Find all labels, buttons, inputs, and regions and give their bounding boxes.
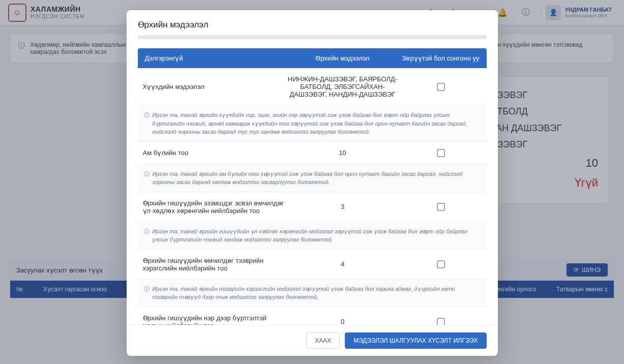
row-label: Өрхийн гишүүдийн эзэмшдэг эсвэл өмчилдөг… <box>143 199 285 215</box>
table-row: Өрхийн гишүүдийн нэр дээр бүртгэлтэй мал… <box>138 307 487 325</box>
table-row: Ам бүлийн тоо 10 <box>138 142 487 165</box>
submit-button[interactable]: МЭДЭЭЛЭЛ ШАЛГУУЛАХ ХҮСЭЛТ ИЛГЭЭХ <box>345 332 486 349</box>
hint-text: Иргэн та, танай өрхийн тээврийн хэрэгсли… <box>153 285 481 301</box>
row-hint: ⓘИргэн та, танай өрхийн хүүхдийн нэр, эц… <box>138 106 487 142</box>
select-checkbox[interactable] <box>437 149 445 157</box>
progress-bar <box>138 35 487 39</box>
table-row: Өрхийн гишүүдийн эзэмшдэг эсвэл өмчилдөг… <box>138 192 487 222</box>
th-select: Зөрүүтэй бол сонгоно уу <box>398 54 480 62</box>
hint-icon: ⓘ <box>144 227 150 244</box>
hint-text: Иргэн та, танай өрхийн хүүхдийн нэр, эцэ… <box>153 111 481 136</box>
table-row: Өрхийн гишүүдийн өмчилдөг тээврийн хэрэг… <box>138 250 487 280</box>
household-info-modal: Өрхийн мэдээлэл Дэлгэрэнгүй Өрхийн мэдээ… <box>127 10 498 356</box>
row-value: 4 <box>285 260 400 268</box>
row-value: НИНЖИН-ДАШЗЭВЭГ, БАЯРБОЛД-БАТБОЛД, ЭЛБЭГ… <box>285 75 400 98</box>
modal-title: Өрхийн мэдээлэл <box>138 19 487 30</box>
hint-icon: ⓘ <box>144 170 150 187</box>
hint-icon: ⓘ <box>144 111 150 136</box>
row-hint: ⓘИргэн та, танай өрхийн гишүүдийн үл хөд… <box>138 222 487 250</box>
select-checkbox[interactable] <box>437 203 445 211</box>
close-button[interactable]: ХААХ <box>306 332 340 349</box>
modal-footer: ХААХ МЭДЭЭЛЭЛ ШАЛГУУЛАХ ХҮСЭЛТ ИЛГЭЭХ <box>127 325 498 356</box>
select-checkbox[interactable] <box>437 318 445 325</box>
select-checkbox[interactable] <box>437 260 445 268</box>
row-label: Өрхийн гишүүдийн нэр дээр бүртгэлтэй мал… <box>143 314 285 325</box>
row-value: 3 <box>285 203 400 210</box>
row-value: 0 <box>285 318 400 325</box>
select-checkbox[interactable] <box>437 83 445 91</box>
hint-text: Иргэн та, танай өрхийн гишүүдийн үл хөдл… <box>153 227 481 244</box>
row-label: Хүүхдийн мэдээлэл <box>143 83 285 90</box>
table-row: Хүүхдийн мэдээлэл НИНЖИН-ДАШЗЭВЭГ, БАЯРБ… <box>138 68 487 106</box>
row-hint: ⓘИргэн та, танай өрхийн ам бүлийн тоо зө… <box>138 165 487 192</box>
th-detail: Дэлгэрэнгүй <box>145 54 287 62</box>
hint-icon: ⓘ <box>144 285 150 301</box>
modal-table-header: Дэлгэрэнгүй Өрхийн мэдээлэл Зөрүүтэй бол… <box>138 48 487 68</box>
hint-text: Иргэн та, танай өрхийн ам бүлийн тоо зөр… <box>153 170 481 187</box>
row-label: Ам бүлийн тоо <box>143 149 285 157</box>
th-info: Өрхийн мэдээлэл <box>287 54 398 62</box>
row-hint: ⓘИргэн та, танай өрхийн тээврийн хэрэгсл… <box>138 280 487 307</box>
row-label: Өрхийн гишүүдийн өмчилдөг тээврийн хэрэг… <box>143 257 285 272</box>
modal-body[interactable]: Дэлгэрэнгүй Өрхийн мэдээлэл Зөрүүтэй бол… <box>127 44 498 325</box>
row-value: 10 <box>285 149 400 157</box>
